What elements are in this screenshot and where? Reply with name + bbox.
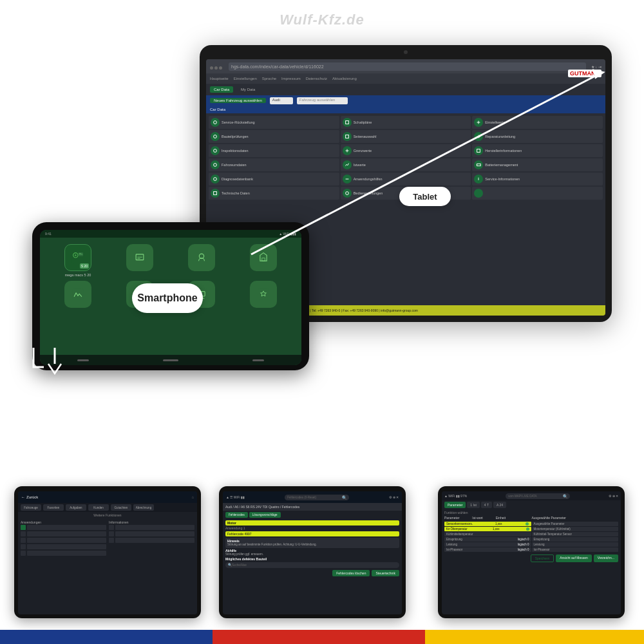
car-data-item[interactable]: Grenzwerte — [341, 144, 471, 157]
mgb-label: Mögliches defektes Bauteil — [225, 557, 399, 561]
car-data-item[interactable]: Schaltpläne — [341, 116, 471, 129]
car-data-item[interactable]: Batteriemanagement — [472, 158, 603, 171]
info-bar-2 — [115, 531, 194, 536]
bt3-row-1[interactable]: für Öltemperatur 1,xxx — [444, 527, 531, 531]
tablet-camera — [404, 50, 408, 54]
back-button[interactable]: ← Zurück — [21, 495, 38, 499]
info-icon-1 — [109, 525, 114, 530]
car-data-item[interactable]: Service-Informationen — [472, 173, 603, 185]
speichern-btn[interactable]: Speichern — [531, 554, 554, 562]
car-data-item[interactable]: Service-Rückstellung — [209, 116, 339, 129]
info-bar-3 — [115, 538, 194, 543]
diesel-row[interactable] — [21, 538, 106, 543]
car-data-item[interactable]: Fahrzeumdaten — [209, 158, 339, 171]
fahrzeuge-tab[interactable]: Fahrzeuge — [21, 504, 41, 511]
service-info-icon — [474, 175, 483, 184]
info-icon-2 — [109, 531, 114, 536]
bt3-row-5[interactable]: Ist-Phasesor logisch 0 — [444, 547, 531, 552]
fahrzeugmanager-row[interactable] — [21, 525, 106, 530]
suche-field[interactable]: 🔍 Suche/Alse — [225, 562, 399, 568]
a-tab[interactable]: A 24 — [493, 502, 506, 508]
bt3-icons: ⚙ ⊕ ✕ — [609, 494, 618, 498]
loesungsvorschlaege-btn[interactable]: Lösungsvorschläge — [249, 512, 281, 518]
bt2-actions: Fehlercodes löschen Steuertechnik — [223, 569, 402, 578]
phone-app-3[interactable] — [173, 244, 231, 277]
ist-tab[interactable]: 1 Ist — [467, 502, 479, 508]
fault-code[interactable]: Fehlercode 4997 — [225, 531, 399, 536]
info-row-3[interactable] — [109, 538, 194, 543]
section-title: Car Data — [210, 108, 225, 111]
steuertechnik-btn[interactable]: Steuertechnik — [372, 570, 399, 576]
gutachten-tab[interactable]: Gutachten — [111, 504, 131, 511]
car-service-icon — [21, 531, 26, 536]
car-data-item[interactable]: Anwendungshilfen — [341, 173, 471, 185]
phone-app-2[interactable] — [111, 244, 169, 277]
car-data-item[interactable]: Seitenauswahl — [341, 130, 471, 143]
bt3-right-2: Kühlmittel-Temperatur Sensor — [532, 532, 619, 536]
phone-app-5[interactable] — [49, 281, 107, 308]
trainer-row[interactable] — [21, 551, 106, 556]
tab-car-data[interactable]: Car Data — [210, 86, 233, 93]
car-data-item[interactable]: Diagnosedatenbank — [209, 173, 339, 185]
browser-dots — [210, 61, 223, 72]
egtine-row[interactable] — [21, 544, 106, 549]
bt3-right-5: Ist-Phasesor — [532, 547, 619, 552]
fehlercodes-btn[interactable]: Fehlercodes — [225, 512, 248, 518]
bt3-row-3[interactable]: Einspritzung logisch 0 — [444, 537, 531, 542]
bt3-btns: Speichern Ansicht auf Messen Verzeichn..… — [442, 553, 621, 564]
info-row-2[interactable] — [109, 531, 194, 536]
car-data-item[interactable]: Bauteilprüfungen — [209, 130, 339, 143]
info-label: Informationen — [109, 520, 194, 525]
car-data-item[interactable]: Einstellwerte — [472, 116, 603, 129]
parameter-tab[interactable]: Parameter — [444, 502, 466, 508]
bt3-right-3: Einspritzung — [532, 537, 619, 542]
diagnose-icon — [211, 175, 220, 184]
kunden-tab[interactable]: Kunden — [88, 504, 109, 511]
car-data-item[interactable]: Reparaturanleitung — [472, 130, 603, 143]
reparatur-icon — [474, 132, 483, 141]
main-app-label: mega macs 5 20 — [65, 273, 91, 277]
nav-datenschutz: Datenschutz — [306, 77, 327, 80]
brand-select[interactable]: Audi — [270, 97, 293, 104]
svg-point-0 — [214, 121, 217, 124]
phone-app-main[interactable]: S 20 mega macs 5 20 — [49, 244, 107, 277]
abrechnung-tab[interactable]: Abrechnung — [133, 504, 154, 511]
aufgaben-tab[interactable]: Aufgaben — [66, 504, 86, 511]
fehlercodes-loeschen-btn[interactable]: Fehlercodes löschen — [332, 570, 370, 576]
app-icon-2 — [126, 244, 153, 271]
svg-rect-1 — [345, 121, 348, 124]
t-tab[interactable]: 4 T — [481, 502, 492, 508]
car-service-row[interactable] — [21, 531, 106, 536]
anwendungen-label: Anwendungen — [21, 520, 106, 525]
bt3-row-4[interactable]: Leistung logisch 0 — [444, 542, 531, 547]
ansicht-btn[interactable]: Ansicht auf Messen — [556, 554, 592, 562]
bottom-tablet-2: ▲ ☰ WiFi ▮▮ Fehlercodes (0-Reset) 🔍 ⚙ ⊕ … — [219, 486, 406, 618]
car-data-item[interactable]: Istwerte — [341, 158, 471, 171]
phone-time: 9:41 — [45, 232, 52, 236]
car-data-item[interactable]: Herstellerinformationen — [472, 144, 603, 157]
bottom-stripe — [0, 630, 644, 644]
trainer-bar — [27, 551, 106, 556]
svg-point-6 — [214, 164, 217, 167]
favoriten-tab[interactable]: Favoriten — [43, 504, 64, 511]
svg-rect-9 — [214, 192, 217, 195]
car-data-item[interactable]: Inspektionsdaten — [209, 144, 339, 157]
bt3-row-0[interactable]: Sensorkennsensors. 1,xxx — [444, 522, 531, 526]
bt2-search[interactable]: Fehlercodes (0-Reset) 🔍 — [285, 495, 349, 500]
svg-rect-25 — [258, 289, 269, 300]
bt3-search[interactable]: vom MAPI LIVE DATA 🔍 — [506, 493, 570, 499]
nav-home — [163, 359, 178, 361]
nav-impressum: Impressum — [281, 77, 301, 80]
model-select[interactable]: Fahrzeug auswählen — [297, 97, 348, 104]
bt3-row-2[interactable]: Kühlmitteltemperatur — [444, 532, 531, 536]
phone-app-8[interactable] — [234, 281, 292, 308]
car-data-item[interactable]: Technische Daten — [209, 187, 339, 200]
tab-my-data[interactable]: My Data — [237, 86, 259, 93]
new-vehicle-btn[interactable]: Neues Fahrzeug auswählen — [210, 98, 266, 103]
phone-app-4[interactable] — [234, 244, 292, 277]
browser-url[interactable]: hgs-data.com/index/car-data/vehicle/d/11… — [229, 62, 586, 71]
car-service-bar — [27, 531, 106, 536]
bt1-info-col: Informationen — [109, 520, 194, 556]
info-row-1[interactable] — [109, 525, 194, 530]
verzeichnis-btn[interactable]: Verzeichn... — [594, 554, 618, 562]
